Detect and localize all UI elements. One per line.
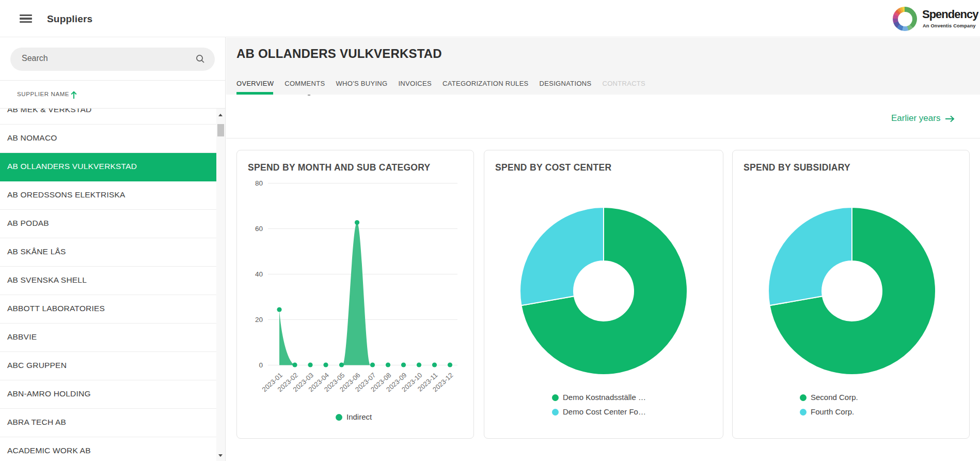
svg-text:60: 60 xyxy=(255,225,263,233)
svg-text:20: 20 xyxy=(255,316,263,324)
svg-text:40: 40 xyxy=(255,270,263,278)
svg-text:80: 80 xyxy=(255,179,263,187)
svg-text:0: 0 xyxy=(259,361,263,369)
